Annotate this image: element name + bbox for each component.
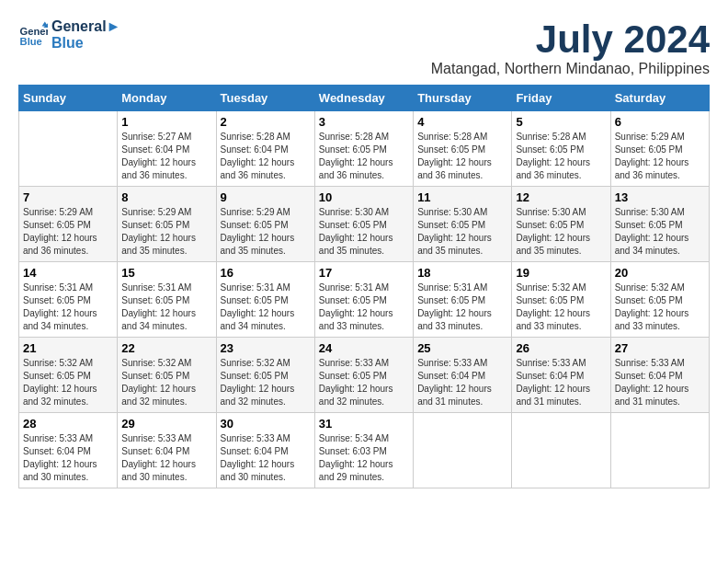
calendar-header-row: SundayMondayTuesdayWednesdayThursdayFrid… <box>19 86 710 111</box>
daylight-text: Daylight: 12 hours and 35 minutes. <box>417 232 507 258</box>
daylight-text: Daylight: 12 hours and 33 minutes. <box>417 307 507 333</box>
calendar-cell: 30 Sunrise: 5:33 AM Sunset: 6:04 PM Dayl… <box>216 413 314 488</box>
calendar-cell: 9 Sunrise: 5:29 AM Sunset: 6:05 PM Dayli… <box>216 187 314 262</box>
calendar-week-row: 1 Sunrise: 5:27 AM Sunset: 6:04 PM Dayli… <box>19 111 710 187</box>
sunset-text: Sunset: 6:05 PM <box>319 370 409 383</box>
page-header: General Blue General► Blue July 2024 Mat… <box>18 18 710 77</box>
sunset-text: Sunset: 6:05 PM <box>615 219 705 232</box>
sunset-text: Sunset: 6:05 PM <box>615 144 705 156</box>
day-number: 7 <box>23 190 113 204</box>
sunset-text: Sunset: 6:05 PM <box>516 219 606 232</box>
daylight-text: Daylight: 12 hours and 36 minutes. <box>615 156 705 182</box>
day-number: 13 <box>615 190 705 204</box>
sunset-text: Sunset: 6:05 PM <box>121 370 211 383</box>
calendar-week-row: 21 Sunrise: 5:32 AM Sunset: 6:05 PM Dayl… <box>19 338 710 413</box>
sunrise-text: Sunrise: 5:28 AM <box>221 131 311 144</box>
calendar-cell: 31 Sunrise: 5:34 AM Sunset: 6:03 PM Dayl… <box>314 413 413 488</box>
daylight-text: Daylight: 12 hours and 33 minutes. <box>516 307 606 333</box>
day-number: 25 <box>417 341 507 355</box>
day-number: 23 <box>221 341 311 355</box>
sunrise-text: Sunrise: 5:33 AM <box>516 357 606 370</box>
sunset-text: Sunset: 6:04 PM <box>221 445 311 458</box>
sunrise-text: Sunrise: 5:28 AM <box>319 131 409 144</box>
sunrise-text: Sunrise: 5:33 AM <box>319 357 409 370</box>
sunrise-text: Sunrise: 5:31 AM <box>121 282 211 294</box>
day-info: Sunrise: 5:29 AM Sunset: 6:05 PM Dayligh… <box>221 206 311 258</box>
calendar-cell: 8 Sunrise: 5:29 AM Sunset: 6:05 PM Dayli… <box>118 187 216 262</box>
sunrise-text: Sunrise: 5:33 AM <box>121 432 211 445</box>
day-number: 9 <box>221 190 311 204</box>
day-number: 5 <box>516 115 606 129</box>
calendar-cell: 24 Sunrise: 5:33 AM Sunset: 6:05 PM Dayl… <box>314 338 413 413</box>
day-info: Sunrise: 5:30 AM Sunset: 6:05 PM Dayligh… <box>417 206 507 258</box>
day-info: Sunrise: 5:28 AM Sunset: 6:05 PM Dayligh… <box>417 131 507 182</box>
daylight-text: Daylight: 12 hours and 30 minutes. <box>121 458 211 484</box>
day-number: 10 <box>319 190 409 204</box>
sunset-text: Sunset: 6:03 PM <box>319 445 409 458</box>
calendar-cell: 10 Sunrise: 5:30 AM Sunset: 6:05 PM Dayl… <box>314 187 413 262</box>
day-number: 31 <box>319 417 409 431</box>
day-info: Sunrise: 5:33 AM Sunset: 6:04 PM Dayligh… <box>121 432 211 484</box>
day-number: 22 <box>121 341 211 355</box>
day-info: Sunrise: 5:33 AM Sunset: 6:04 PM Dayligh… <box>516 357 606 408</box>
sunset-text: Sunset: 6:05 PM <box>516 294 606 307</box>
day-info: Sunrise: 5:32 AM Sunset: 6:05 PM Dayligh… <box>121 357 211 408</box>
calendar-cell: 16 Sunrise: 5:31 AM Sunset: 6:05 PM Dayl… <box>216 262 314 338</box>
calendar-cell: 5 Sunrise: 5:28 AM Sunset: 6:05 PM Dayli… <box>512 111 610 187</box>
daylight-text: Daylight: 12 hours and 34 minutes. <box>221 307 311 333</box>
sunrise-text: Sunrise: 5:34 AM <box>319 432 409 445</box>
sunrise-text: Sunrise: 5:28 AM <box>516 131 606 144</box>
sunset-text: Sunset: 6:05 PM <box>319 294 409 307</box>
sunrise-text: Sunrise: 5:32 AM <box>23 357 113 370</box>
sunrise-text: Sunrise: 5:31 AM <box>319 282 409 294</box>
sunset-text: Sunset: 6:05 PM <box>615 294 705 307</box>
day-number: 26 <box>516 341 606 355</box>
day-number: 28 <box>23 417 113 431</box>
daylight-text: Daylight: 12 hours and 29 minutes. <box>319 458 409 484</box>
day-number: 19 <box>516 266 606 280</box>
daylight-text: Daylight: 12 hours and 30 minutes. <box>221 458 311 484</box>
sunset-text: Sunset: 6:05 PM <box>121 219 211 232</box>
daylight-text: Daylight: 12 hours and 32 minutes. <box>23 383 113 408</box>
sunrise-text: Sunrise: 5:29 AM <box>221 206 311 219</box>
sunrise-text: Sunrise: 5:30 AM <box>615 206 705 219</box>
day-info: Sunrise: 5:32 AM Sunset: 6:05 PM Dayligh… <box>516 282 606 333</box>
daylight-text: Daylight: 12 hours and 34 minutes. <box>615 232 705 258</box>
day-info: Sunrise: 5:30 AM Sunset: 6:05 PM Dayligh… <box>516 206 606 258</box>
daylight-text: Daylight: 12 hours and 34 minutes. <box>23 307 113 333</box>
daylight-text: Daylight: 12 hours and 35 minutes. <box>121 232 211 258</box>
calendar-header-monday: Monday <box>118 86 216 111</box>
day-info: Sunrise: 5:31 AM Sunset: 6:05 PM Dayligh… <box>319 282 409 333</box>
day-number: 27 <box>615 341 705 355</box>
day-number: 30 <box>221 417 311 431</box>
sunset-text: Sunset: 6:05 PM <box>319 144 409 156</box>
calendar-cell: 17 Sunrise: 5:31 AM Sunset: 6:05 PM Dayl… <box>314 262 413 338</box>
calendar-cell: 21 Sunrise: 5:32 AM Sunset: 6:05 PM Dayl… <box>19 338 118 413</box>
calendar-cell <box>19 111 118 187</box>
sunrise-text: Sunrise: 5:31 AM <box>23 282 113 294</box>
svg-text:Blue: Blue <box>20 36 42 47</box>
sunrise-text: Sunrise: 5:33 AM <box>615 357 705 370</box>
day-info: Sunrise: 5:29 AM Sunset: 6:05 PM Dayligh… <box>23 206 113 258</box>
calendar-header-friday: Friday <box>512 86 610 111</box>
daylight-text: Daylight: 12 hours and 36 minutes. <box>516 156 606 182</box>
day-info: Sunrise: 5:27 AM Sunset: 6:04 PM Dayligh… <box>121 131 211 182</box>
day-number: 18 <box>417 266 507 280</box>
day-number: 16 <box>221 266 311 280</box>
daylight-text: Daylight: 12 hours and 33 minutes. <box>615 307 705 333</box>
day-number: 15 <box>121 266 211 280</box>
day-number: 17 <box>319 266 409 280</box>
day-info: Sunrise: 5:32 AM Sunset: 6:05 PM Dayligh… <box>23 357 113 408</box>
day-number: 2 <box>221 115 311 129</box>
day-number: 6 <box>615 115 705 129</box>
sunset-text: Sunset: 6:05 PM <box>417 144 507 156</box>
daylight-text: Daylight: 12 hours and 32 minutes. <box>221 383 311 408</box>
sunrise-text: Sunrise: 5:27 AM <box>121 131 211 144</box>
sunrise-text: Sunrise: 5:33 AM <box>23 432 113 445</box>
sunrise-text: Sunrise: 5:31 AM <box>417 282 507 294</box>
day-info: Sunrise: 5:29 AM Sunset: 6:05 PM Dayligh… <box>121 206 211 258</box>
calendar-cell: 4 Sunrise: 5:28 AM Sunset: 6:05 PM Dayli… <box>414 111 512 187</box>
sunset-text: Sunset: 6:05 PM <box>23 294 113 307</box>
page-subtitle: Matangad, Northern Mindanao, Philippines <box>431 61 710 77</box>
calendar-header-saturday: Saturday <box>610 86 709 111</box>
